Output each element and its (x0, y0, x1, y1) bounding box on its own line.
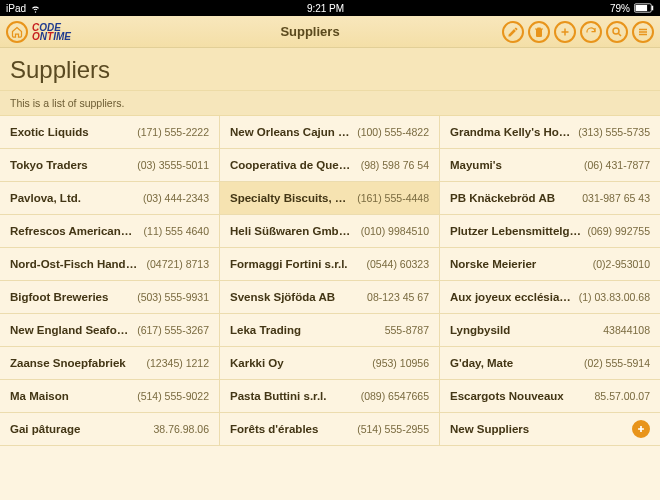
grid-row: Bigfoot Breweries(503) 555-9931Svensk Sj… (0, 281, 660, 314)
supplier-phone: (04721) 8713 (147, 258, 209, 270)
supplier-cell[interactable]: Leka Trading555-8787 (220, 314, 440, 346)
supplier-name: New England Seafood ... (10, 324, 131, 336)
grid-row: Refrescos Americanas ...(11) 555 4640Hel… (0, 215, 660, 248)
supplier-name: New Suppliers (450, 423, 626, 435)
supplier-name: Gai pâturage (10, 423, 148, 435)
supplier-cell[interactable]: New Suppliers (440, 413, 660, 445)
supplier-phone: 555-8787 (385, 324, 429, 336)
supplier-cell[interactable]: Exotic Liquids(171) 555-2222 (0, 116, 220, 148)
supplier-cell[interactable]: Mayumi's(06) 431-7877 (440, 149, 660, 181)
supplier-phone: (11) 555 4640 (144, 225, 209, 237)
supplier-cell[interactable]: Plutzer Lebensmittelgro...(069) 992755 (440, 215, 660, 247)
supplier-phone: 85.57.00.07 (595, 390, 650, 402)
supplier-cell[interactable]: Pavlova, Ltd.(03) 444-2343 (0, 182, 220, 214)
grid-row: Ma Maison(514) 555-9022Pasta Buttini s.r… (0, 380, 660, 413)
supplier-cell[interactable]: Heli Süßwaren GmbH & ...(010) 9984510 (220, 215, 440, 247)
battery-label: 79% (610, 3, 630, 14)
supplier-phone: (03) 3555-5011 (137, 159, 209, 171)
supplier-cell[interactable]: Gai pâturage38.76.98.06 (0, 413, 220, 445)
supplier-name: Zaanse Snoepfabriek (10, 357, 141, 369)
supplier-cell[interactable]: Nord-Ost-Fisch Handels...(04721) 8713 (0, 248, 220, 280)
supplier-grid: Exotic Liquids(171) 555-2222New Orleans … (0, 116, 660, 446)
supplier-phone: (514) 555-2955 (357, 423, 429, 435)
supplier-phone: (171) 555-2222 (137, 126, 209, 138)
search-button[interactable] (606, 21, 628, 43)
wifi-icon (30, 3, 41, 14)
supplier-name: PB Knäckebröd AB (450, 192, 576, 204)
supplier-name: Exotic Liquids (10, 126, 131, 138)
supplier-cell[interactable]: G'day, Mate(02) 555-5914 (440, 347, 660, 379)
supplier-cell[interactable]: New England Seafood ...(617) 555-3267 (0, 314, 220, 346)
supplier-name: Escargots Nouveaux (450, 390, 589, 402)
grid-row: New England Seafood ...(617) 555-3267Lek… (0, 314, 660, 347)
supplier-cell[interactable]: Lyngbysild43844108 (440, 314, 660, 346)
supplier-cell[interactable]: Cooperativa de Quesos ...(98) 598 76 54 (220, 149, 440, 181)
supplier-phone: (617) 555-3267 (137, 324, 209, 336)
supplier-name: Leka Trading (230, 324, 379, 336)
supplier-cell[interactable]: Refrescos Americanas ...(11) 555 4640 (0, 215, 220, 247)
supplier-name: Cooperativa de Quesos ... (230, 159, 355, 171)
svg-point-3 (613, 28, 619, 34)
supplier-cell[interactable]: Tokyo Traders(03) 3555-5011 (0, 149, 220, 181)
supplier-name: Specialty Biscuits, Ltd. (230, 192, 351, 204)
supplier-cell[interactable]: Specialty Biscuits, Ltd.(161) 555-4448 (220, 182, 440, 214)
battery-icon (634, 3, 654, 13)
supplier-name: Mayumi's (450, 159, 578, 171)
grid-row: Nord-Ost-Fisch Handels...(04721) 8713For… (0, 248, 660, 281)
supplier-phone: (010) 9984510 (361, 225, 429, 237)
supplier-phone: (1) 03.83.00.68 (579, 291, 650, 303)
edit-button[interactable] (502, 21, 524, 43)
supplier-phone: (0)2-953010 (593, 258, 650, 270)
add-supplier-button[interactable] (632, 420, 650, 438)
grid-row: Gai pâturage38.76.98.06Forêts d'érables(… (0, 413, 660, 446)
supplier-cell[interactable]: Forêts d'érables(514) 555-2955 (220, 413, 440, 445)
home-button[interactable] (6, 21, 28, 43)
supplier-name: Tokyo Traders (10, 159, 131, 171)
grid-row: Zaanse Snoepfabriek(12345) 1212Karkki Oy… (0, 347, 660, 380)
supplier-cell[interactable]: Bigfoot Breweries(503) 555-9931 (0, 281, 220, 313)
supplier-name: Aux joyeux ecclésiastiq... (450, 291, 573, 303)
supplier-name: Plutzer Lebensmittelgro... (450, 225, 582, 237)
supplier-phone: (089) 6547665 (361, 390, 429, 402)
supplier-name: New Orleans Cajun Deli... (230, 126, 351, 138)
supplier-phone: 38.76.98.06 (154, 423, 209, 435)
supplier-name: Pavlova, Ltd. (10, 192, 137, 204)
supplier-cell[interactable]: Formaggi Fortini s.r.l.(0544) 60323 (220, 248, 440, 280)
supplier-cell[interactable]: Karkki Oy(953) 10956 (220, 347, 440, 379)
supplier-cell[interactable]: Zaanse Snoepfabriek(12345) 1212 (0, 347, 220, 379)
supplier-name: Ma Maison (10, 390, 131, 402)
add-button[interactable] (554, 21, 576, 43)
grid-row: Tokyo Traders(03) 3555-5011Cooperativa d… (0, 149, 660, 182)
refresh-button[interactable] (580, 21, 602, 43)
supplier-cell[interactable]: Grandma Kelly's Homes...(313) 555-5735 (440, 116, 660, 148)
supplier-cell[interactable]: Ma Maison(514) 555-9022 (0, 380, 220, 412)
supplier-cell[interactable]: Aux joyeux ecclésiastiq...(1) 03.83.00.6… (440, 281, 660, 313)
app-header: CODE ONTIME Suppliers (0, 16, 660, 48)
supplier-cell[interactable]: Norske Meierier(0)2-953010 (440, 248, 660, 280)
supplier-cell[interactable]: Pasta Buttini s.r.l.(089) 6547665 (220, 380, 440, 412)
supplier-name: Norske Meierier (450, 258, 587, 270)
svg-rect-2 (652, 6, 654, 11)
supplier-phone: (12345) 1212 (147, 357, 209, 369)
supplier-name: Bigfoot Breweries (10, 291, 131, 303)
supplier-name: Forêts d'érables (230, 423, 351, 435)
supplier-name: Formaggi Fortini s.r.l. (230, 258, 361, 270)
supplier-cell[interactable]: Svensk Sjöföda AB08-123 45 67 (220, 281, 440, 313)
supplier-phone: (161) 555-4448 (357, 192, 429, 204)
supplier-cell[interactable]: New Orleans Cajun Deli...(100) 555-4822 (220, 116, 440, 148)
supplier-phone: (06) 431-7877 (584, 159, 650, 171)
supplier-name: G'day, Mate (450, 357, 578, 369)
supplier-cell[interactable]: PB Knäckebröd AB031-987 65 43 (440, 182, 660, 214)
ios-statusbar: iPad 9:21 PM 79% (0, 0, 660, 16)
supplier-phone: (953) 10956 (372, 357, 429, 369)
delete-button[interactable] (528, 21, 550, 43)
supplier-phone: (313) 555-5735 (578, 126, 650, 138)
device-label: iPad (6, 3, 26, 14)
page-title: Suppliers (10, 56, 650, 84)
supplier-name: Refrescos Americanas ... (10, 225, 138, 237)
menu-button[interactable] (632, 21, 654, 43)
supplier-phone: (100) 555-4822 (357, 126, 429, 138)
supplier-cell[interactable]: Escargots Nouveaux85.57.00.07 (440, 380, 660, 412)
supplier-name: Svensk Sjöföda AB (230, 291, 361, 303)
supplier-name: Nord-Ost-Fisch Handels... (10, 258, 141, 270)
